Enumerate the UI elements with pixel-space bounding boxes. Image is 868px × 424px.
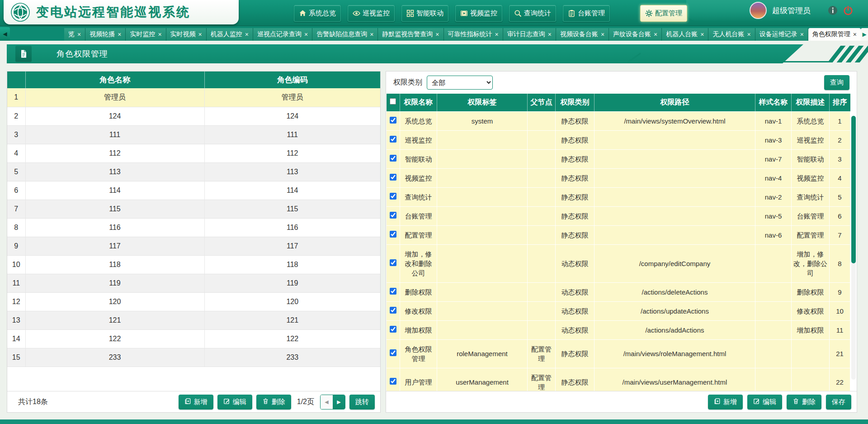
perm-type-select[interactable]: 全部: [427, 76, 493, 90]
prev-page-button[interactable]: ◀: [321, 395, 333, 409]
row-checkbox[interactable]: [390, 212, 396, 219]
nav-button-系统总览[interactable]: 系统总览: [294, 5, 341, 22]
query-button[interactable]: 查询: [824, 75, 849, 90]
tab-close-icon[interactable]: ×: [654, 31, 657, 38]
tab-list: 览×视频轮播×实时监控×实时视频×机器人监控×巡视点记录查询×告警缺陷信息查询×…: [10, 28, 861, 41]
avatar[interactable]: [750, 2, 767, 19]
tab-close-icon[interactable]: ×: [304, 31, 308, 38]
perm-check-cell: [387, 244, 400, 282]
tab-视频轮播[interactable]: 视频轮播×: [85, 28, 126, 41]
tab-close-icon[interactable]: ×: [158, 31, 161, 38]
tab-close-icon[interactable]: ×: [601, 31, 604, 38]
roles-actions: 新增 编辑 删除 1/2页 ◀ ▶ 跳转: [179, 395, 375, 410]
tab-实时监控[interactable]: 实时监控×: [126, 28, 166, 41]
row-checkbox[interactable]: [390, 259, 396, 266]
tab-close-icon[interactable]: ×: [548, 31, 552, 38]
select-all-checkbox[interactable]: [390, 98, 396, 105]
row-checkbox[interactable]: [390, 307, 396, 314]
role-row[interactable]: 9117117: [7, 237, 380, 255]
tab-close-icon[interactable]: ×: [700, 31, 704, 38]
tab-览[interactable]: 览×: [64, 28, 85, 41]
roles-delete-button[interactable]: 删除: [256, 395, 291, 410]
power-icon[interactable]: [843, 5, 853, 15]
nav-button-巡视监控[interactable]: 巡视监控: [348, 5, 395, 22]
tab-close-icon[interactable]: ×: [435, 31, 439, 38]
tab-无人机台账[interactable]: 无人机台账×: [708, 28, 755, 41]
row-checkbox[interactable]: [390, 174, 396, 181]
tab-scroll-left-button[interactable]: ◀: [0, 27, 10, 41]
tab-告警缺陷信息查询[interactable]: 告警缺陷信息查询×: [312, 28, 378, 41]
button-label: 编辑: [763, 398, 776, 406]
role-row[interactable]: 13121121: [7, 311, 380, 329]
permissions-scrollbar[interactable]: [851, 116, 856, 380]
tab-机器人监控[interactable]: 机器人监控×: [207, 28, 253, 41]
role-row[interactable]: 5113113: [7, 162, 380, 181]
role-row[interactable]: 4112112: [7, 144, 380, 162]
tab-审计日志查询[interactable]: 审计日志查询×: [503, 28, 556, 41]
row-checkbox[interactable]: [390, 349, 396, 356]
nav-label: 巡视监控: [363, 9, 390, 18]
tab-可靠性指标统计[interactable]: 可靠性指标统计×: [444, 28, 503, 41]
perm-delete-button[interactable]: 删除: [787, 395, 821, 410]
tab-close-icon[interactable]: ×: [495, 31, 499, 38]
next-page-button[interactable]: ▶: [333, 395, 345, 409]
nav-button-查询统计[interactable]: 查询统计: [509, 5, 556, 22]
perm-desc-cell: 查询统计: [792, 187, 830, 206]
tab-视频设备台账[interactable]: 视频设备台账×: [556, 28, 609, 41]
tab-巡视点记录查询[interactable]: 巡视点记录查询×: [253, 28, 312, 41]
tab-实时视频[interactable]: 实时视频×: [166, 28, 207, 41]
perm-edit-button[interactable]: 编辑: [747, 395, 782, 410]
role-row[interactable]: 8116116: [7, 218, 380, 237]
tab-设备运维记录[interactable]: 设备运维记录×: [755, 28, 808, 41]
nav-button-台账管理[interactable]: 台账管理: [563, 5, 610, 22]
role-row[interactable]: 15233233: [7, 348, 380, 367]
perm-tag-header: 权限标签: [437, 94, 528, 111]
role-row[interactable]: 2124124: [7, 107, 380, 125]
row-checkbox[interactable]: [390, 326, 396, 333]
tab-close-icon[interactable]: ×: [370, 31, 373, 38]
tab-close-icon[interactable]: ×: [853, 31, 857, 38]
perm-tag-cell: [437, 187, 528, 206]
role-row[interactable]: 3111111: [7, 125, 380, 144]
tab-声纹设备台账[interactable]: 声纹设备台账×: [609, 28, 662, 41]
role-row[interactable]: 7115115: [7, 200, 380, 218]
tab-close-icon[interactable]: ×: [800, 31, 804, 38]
role-row[interactable]: 10118118: [7, 255, 380, 274]
role-row[interactable]: 12120120: [7, 292, 380, 311]
row-checkbox[interactable]: [390, 117, 396, 124]
perm-desc-cell: 系统总览: [792, 111, 830, 130]
role-row[interactable]: 11119119: [7, 274, 380, 292]
tab-机器人台账[interactable]: 机器人台账×: [662, 28, 708, 41]
row-checkbox[interactable]: [390, 155, 396, 162]
row-checkbox[interactable]: [390, 193, 396, 200]
info-icon[interactable]: [828, 5, 838, 15]
row-checkbox[interactable]: [390, 378, 396, 385]
roles-edit-button[interactable]: 编辑: [217, 395, 252, 410]
perm-check-cell: [387, 168, 400, 187]
tab-close-icon[interactable]: ×: [77, 31, 81, 38]
row-checkbox[interactable]: [390, 136, 396, 143]
tab-角色权限管理[interactable]: 角色权限管理×: [808, 28, 861, 41]
perm-name-cell: 智能联动: [400, 149, 437, 168]
jump-page-button[interactable]: 跳转: [349, 395, 375, 410]
nav-button-配置管理[interactable]: 配置管理: [640, 5, 687, 22]
perm-save-button[interactable]: 保存: [826, 395, 851, 410]
role-row[interactable]: 14122122: [7, 329, 380, 348]
role-name-cell: 114: [25, 181, 204, 200]
tab-close-icon[interactable]: ×: [245, 31, 249, 38]
perm-add-button[interactable]: 新增: [708, 395, 743, 410]
tab-scroll-right-button[interactable]: ▶: [861, 28, 868, 41]
row-checkbox[interactable]: [390, 231, 396, 238]
nav-button-智能联动[interactable]: 智能联动: [401, 5, 448, 22]
nav-button-视频监控[interactable]: 视频监控: [455, 5, 502, 22]
tab-静默监视告警查询[interactable]: 静默监视告警查询×: [378, 28, 443, 41]
role-row[interactable]: 6114114: [7, 181, 380, 200]
tab-close-icon[interactable]: ×: [198, 31, 202, 38]
perm-type-cell: 静态权限: [556, 206, 594, 225]
role-row[interactable]: 1管理员管理员: [7, 88, 380, 107]
roles-add-button[interactable]: 新增: [179, 395, 213, 410]
row-checkbox[interactable]: [390, 288, 396, 295]
scrollbar-thumb[interactable]: [851, 116, 856, 263]
tab-close-icon[interactable]: ×: [747, 31, 750, 38]
tab-close-icon[interactable]: ×: [118, 31, 121, 38]
